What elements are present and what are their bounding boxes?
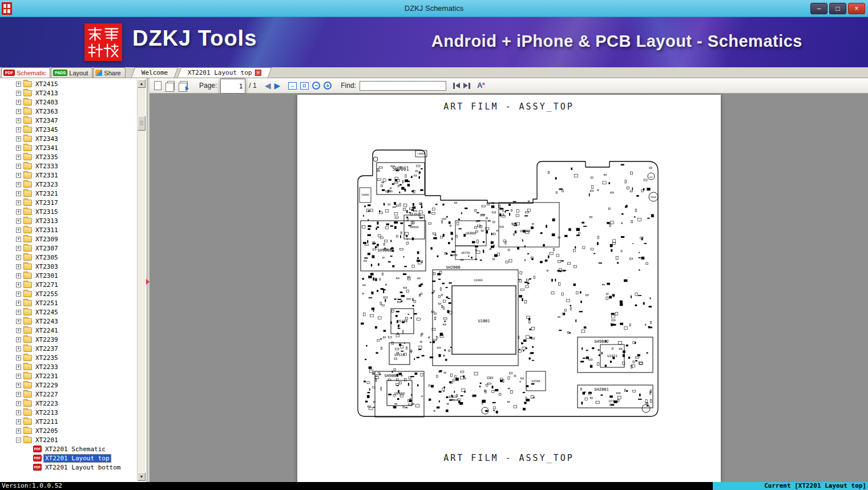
scroll-down-button[interactable]: ▼	[138, 472, 146, 481]
expand-icon[interactable]: +	[16, 255, 21, 260]
expand-icon[interactable]: +	[16, 100, 21, 105]
tree-folder-xt2241[interactable]: +XT2241	[1, 326, 136, 335]
tree-file[interactable]: PDFXT2201 Layout top	[1, 453, 136, 463]
collapse-icon[interactable]: −	[16, 438, 21, 443]
tree-folder-xt2403[interactable]: +XT2403	[1, 98, 136, 107]
tab-share[interactable]: Share	[93, 67, 125, 78]
tree-folder-xt2233[interactable]: +XT2233	[1, 362, 136, 371]
tree-folder-xt2317[interactable]: +XT2317	[1, 198, 136, 207]
close-button[interactable]: ×	[848, 3, 865, 14]
zoom-out-button[interactable]: −	[312, 82, 320, 90]
tree-folder-xt2211[interactable]: +XT2211	[1, 417, 136, 426]
tree-folder-xt2231[interactable]: +XT2231	[1, 371, 136, 380]
fit-width-button[interactable]: ↔	[288, 82, 297, 90]
single-page-icon[interactable]	[154, 81, 162, 90]
find-next-button[interactable]	[463, 83, 470, 89]
expand-icon[interactable]: +	[16, 401, 21, 406]
tree-folder-xt2205[interactable]: +XT2205	[1, 426, 136, 435]
expand-icon[interactable]: +	[16, 209, 21, 214]
find-previous-button[interactable]	[453, 83, 460, 89]
tree-file[interactable]: PDFXT2201 Layout bottom	[1, 463, 136, 472]
next-page-button[interactable]: ▶	[274, 82, 280, 90]
expand-icon[interactable]: +	[16, 264, 21, 269]
expand-icon[interactable]: +	[16, 291, 21, 297]
tree-folder-xt2347[interactable]: +XT2347	[1, 116, 136, 125]
tree-folder-xt2315[interactable]: +XT2315	[1, 207, 136, 216]
tree-folder-xt2237[interactable]: +XT2237	[1, 344, 136, 353]
tree-folder-xt2305[interactable]: +XT2305	[1, 253, 136, 262]
expand-icon[interactable]: +	[16, 428, 21, 434]
tree-folder-xt2323[interactable]: +XT2323	[1, 180, 136, 189]
tree-file[interactable]: PDFXT2201 Schematic	[1, 444, 136, 453]
tree-folder-xt2201[interactable]: −XT2201	[1, 435, 136, 444]
tree-folder-xt2413[interactable]: +XT2413	[1, 88, 136, 98]
expand-icon[interactable]: +	[16, 282, 21, 287]
tree-folder-xt2313[interactable]: +XT2313	[1, 216, 136, 225]
tree-folder-xt2321[interactable]: +XT2321	[1, 189, 136, 198]
scroll-up-button[interactable]: ▲	[138, 79, 146, 88]
tree-folder-xt2243[interactable]: +XT2243	[1, 317, 136, 326]
expand-icon[interactable]: +	[16, 82, 21, 87]
tree-folder-xt2235[interactable]: +XT2235	[1, 353, 136, 362]
tree-folder-xt2345[interactable]: +XT2345	[1, 125, 136, 134]
expand-icon[interactable]: +	[16, 246, 21, 251]
tree-folder-xt2341[interactable]: +XT2341	[1, 143, 136, 152]
expand-icon[interactable]: +	[16, 273, 21, 278]
expand-icon[interactable]: +	[16, 355, 21, 361]
tree-folder-xt2229[interactable]: +XT2229	[1, 380, 136, 390]
expand-icon[interactable]: +	[16, 182, 21, 187]
tree-folder-xt2245[interactable]: +XT2245	[1, 307, 136, 317]
expand-icon[interactable]: +	[16, 191, 21, 196]
expand-icon[interactable]: +	[16, 328, 21, 333]
tab-layout[interactable]: PADS Layout	[51, 67, 92, 78]
fit-page-button[interactable]	[300, 82, 309, 90]
tree-folder-xt2333[interactable]: +XT2333	[1, 161, 136, 171]
expand-icon[interactable]: +	[16, 127, 21, 132]
scroll-thumb[interactable]	[138, 116, 146, 131]
tree-folder-xt2213[interactable]: +XT2213	[1, 408, 136, 417]
tree-folder-xt2251[interactable]: +XT2251	[1, 298, 136, 307]
expand-icon[interactable]: +	[16, 319, 21, 324]
tab-schematic[interactable]: PDF Schematic	[1, 67, 50, 78]
expand-icon[interactable]: +	[16, 109, 21, 114]
tree-folder-xt2311[interactable]: +XT2311	[1, 225, 136, 234]
tree-folder-xt2301[interactable]: +XT2301	[1, 271, 136, 280]
expand-icon[interactable]: +	[16, 164, 21, 169]
expand-icon[interactable]: +	[16, 346, 21, 351]
tree-folder-xt2223[interactable]: +XT2223	[1, 399, 136, 408]
sidebar-splitter[interactable]	[147, 78, 150, 482]
close-tab-icon[interactable]: ×	[255, 70, 261, 76]
pdf-viewer[interactable]: ART FILM - ASSY_TOP SH9001L4003U4000U880…	[150, 94, 868, 482]
doc-tab-xt2201-layout-top[interactable]: XT2201 Layout top ×	[177, 67, 272, 78]
expand-icon[interactable]: +	[16, 145, 21, 151]
expand-icon[interactable]: +	[16, 310, 21, 315]
tree-folder-xt2335[interactable]: +XT2335	[1, 152, 136, 161]
expand-icon[interactable]: +	[16, 365, 21, 370]
expand-icon[interactable]: +	[16, 301, 21, 306]
expand-icon[interactable]: +	[16, 228, 21, 233]
tree-folder-xt2239[interactable]: +XT2239	[1, 335, 136, 344]
expand-icon[interactable]: +	[16, 337, 21, 342]
tree-folder-xt2307[interactable]: +XT2307	[1, 244, 136, 253]
tree-folder-xt2255[interactable]: +XT2255	[1, 289, 136, 298]
tree-folder-xt2363[interactable]: +XT2363	[1, 107, 136, 116]
expand-icon[interactable]: +	[16, 200, 21, 205]
expand-icon[interactable]: +	[16, 155, 21, 160]
expand-icon[interactable]: +	[16, 374, 21, 379]
expand-icon[interactable]: +	[16, 136, 21, 141]
tree-folder-xt2271[interactable]: +XT2271	[1, 280, 136, 289]
zoom-in-button[interactable]: +	[324, 82, 332, 90]
tree-folder-xt2343[interactable]: +XT2343	[1, 134, 136, 143]
continuous-pages-icon[interactable]	[180, 81, 188, 90]
expand-icon[interactable]: +	[16, 91, 21, 96]
tree-folder-xt2415[interactable]: +XT2415	[1, 79, 136, 88]
expand-icon[interactable]: +	[16, 392, 21, 397]
expand-icon[interactable]: +	[16, 218, 21, 224]
find-input[interactable]	[360, 81, 446, 91]
expand-icon[interactable]: +	[16, 419, 21, 424]
expand-icon[interactable]: +	[16, 410, 21, 415]
expand-icon[interactable]: +	[16, 383, 21, 388]
splitter-collapse-icon[interactable]	[146, 279, 150, 285]
minimize-button[interactable]: –	[810, 3, 827, 14]
maximize-button[interactable]: □	[829, 3, 846, 14]
